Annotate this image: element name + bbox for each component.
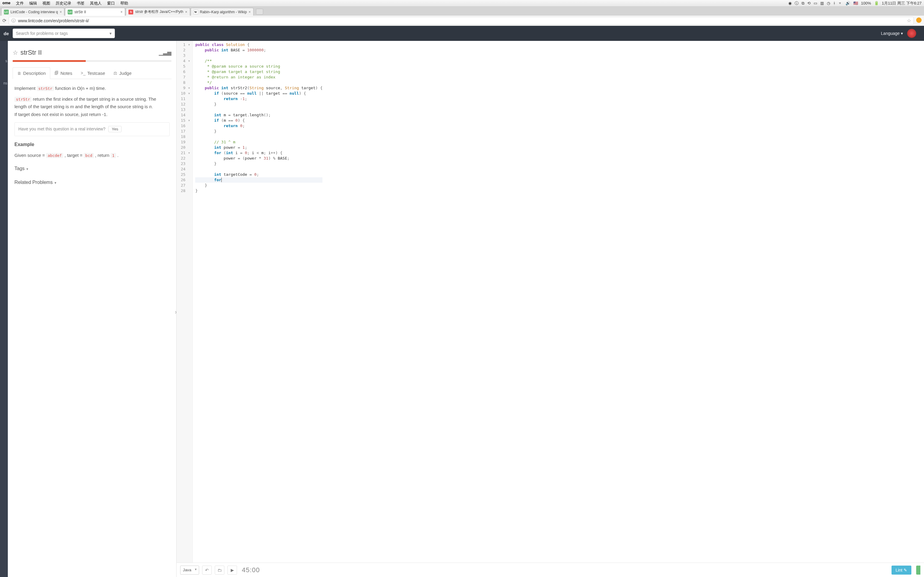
sync-icon[interactable]: ⟲	[807, 1, 811, 5]
inline-code: bcd	[84, 153, 94, 158]
sidebar-item[interactable]: ns	[0, 81, 8, 85]
tab-testcase[interactable]: >_Testcase	[76, 67, 109, 79]
site-info-icon[interactable]: ⓘ	[11, 18, 16, 23]
menubar-item[interactable]: 历史记录	[56, 1, 71, 6]
browser-tab-active[interactable]: LC strStr II ×	[65, 8, 125, 16]
difficulty-chart-icon[interactable]: ▁▃▅	[159, 49, 171, 56]
flag-icon[interactable]: 🇺🇸	[853, 1, 858, 5]
timemachine-icon[interactable]: ◷	[827, 1, 830, 5]
menubar-app[interactable]: ome	[2, 1, 11, 6]
browser-tab[interactable]: LC LintCode - Coding interview q ×	[1, 8, 65, 16]
favicon-icon: W	[194, 10, 198, 15]
avatar[interactable]	[907, 29, 916, 38]
tab-title: LintCode - Coding interview q	[11, 10, 58, 14]
browser-tabstrip: LC LintCode - Coding interview q × LC st…	[0, 6, 924, 16]
language-select-wrap: Java	[180, 566, 199, 575]
problem-title-row: ☆ strStr II ▁▃▅	[13, 49, 171, 56]
close-icon[interactable]: ×	[249, 10, 251, 14]
interview-text: Have you met this question in a real int…	[18, 126, 105, 133]
close-icon[interactable]: ×	[185, 10, 187, 14]
tab-title: strstr 参考程序 Java/C++/Pyth	[135, 9, 183, 15]
chevron-down-icon: ▼	[54, 181, 57, 185]
menubar-item[interactable]: 视图	[42, 1, 50, 6]
address-bar[interactable]: ⓘ www.lintcode.com/en/problem/strstr-ii/…	[9, 17, 914, 25]
sidebar-item[interactable]: s	[0, 59, 8, 63]
line-gutter: 1 ▾2 3 4 ▾5 6 7 8 9 ▾10 ▾11 12 13 14 15 …	[176, 41, 193, 562]
tab-notes[interactable]: 🗐Notes	[50, 67, 76, 79]
tab-title: strStr II	[74, 10, 118, 14]
desc-line: If target does not exist in source, just…	[15, 111, 170, 118]
undo-icon: ↶	[205, 568, 209, 572]
extension-icon[interactable]	[916, 18, 922, 24]
bookmark-star-icon[interactable]: ☆	[907, 18, 911, 23]
inline-code: abcdef	[46, 153, 63, 158]
inline-code: strStr	[15, 97, 32, 102]
code-editor[interactable]: 1 ▾2 3 4 ▾5 6 7 8 9 ▾10 ▾11 12 13 14 15 …	[176, 41, 924, 562]
left-sidebar[interactable]: s ns	[0, 41, 8, 577]
progress-fill	[13, 60, 86, 62]
problem-tabs: 🗎Description 🗐Notes >_Testcase ⚖Judge	[13, 67, 171, 79]
search-input[interactable]: Search for problems or tags ▾	[13, 29, 115, 38]
display-icon[interactable]: ▭	[814, 1, 817, 5]
url-text: www.lintcode.com/en/problem/strstr-ii/	[18, 18, 905, 23]
battery-icon[interactable]: 🔋	[874, 1, 879, 5]
language-select[interactable]: Java	[180, 566, 199, 575]
scale-icon: ⚖	[113, 71, 117, 76]
main: s ns ☆ strStr II ▁▃▅ 🗎Description 🗐Notes…	[0, 41, 924, 577]
close-icon[interactable]: ×	[60, 10, 61, 14]
site-logo[interactable]: de	[3, 31, 9, 36]
new-tab-button[interactable]	[256, 9, 263, 15]
browser-tab[interactable]: W Rabin–Karp algorithm - Wikip ×	[191, 8, 254, 16]
browser-tab[interactable]: h strstr 参考程序 Java/C++/Pyth ×	[126, 8, 190, 16]
battery-percent[interactable]: 100%	[861, 1, 871, 5]
tab-title: Rabin–Karp algorithm - Wikip	[200, 10, 247, 14]
close-icon[interactable]: ×	[120, 10, 123, 14]
language-dropdown[interactable]: Language ▾	[881, 31, 903, 36]
chevron-down-icon: ▾	[110, 31, 111, 36]
macos-menubar: ome 文件 编辑 视图 历史记录 书签 其他人 窗口 帮助 ◉ ⓘ ⧉ ⟲ ▭…	[0, 0, 924, 6]
related-problems-toggle[interactable]: Related Problems▼	[15, 178, 170, 186]
tags-toggle[interactable]: Tags▼	[15, 164, 170, 172]
menubar-item[interactable]: 编辑	[29, 1, 37, 6]
menubar-item[interactable]: 帮助	[120, 1, 128, 6]
panel-expand-icon[interactable]: ›	[175, 309, 176, 315]
problem-title: strStr II	[21, 49, 42, 56]
desc-line: Implement strStr function in O(n + m) ti…	[15, 84, 170, 92]
battery2-icon[interactable]: ▥	[820, 1, 824, 5]
lint-button[interactable]: Lint ✎	[892, 566, 911, 575]
doc-icon: 🗎	[17, 71, 21, 76]
timer-display: 45:00	[242, 566, 260, 574]
menubar-left: ome 文件 编辑 视图 历史记录 书签 其他人 窗口 帮助	[2, 1, 128, 6]
run-button[interactable]: ▶	[228, 566, 237, 575]
inline-code: strStr	[37, 86, 54, 91]
desc-line: strStr return the first index of the tar…	[15, 95, 170, 111]
record-icon[interactable]: ◉	[788, 1, 792, 5]
favorite-star-icon[interactable]: ☆	[13, 49, 18, 56]
code-panel: 1 ▾2 3 4 ▾5 6 7 8 9 ▾10 ▾11 12 13 14 15 …	[176, 41, 924, 577]
wifi-icon[interactable]: ᯤ	[838, 1, 843, 5]
header-right: Language ▾	[881, 29, 921, 38]
favicon-icon: LC	[4, 10, 9, 15]
clock[interactable]: 1月11日 周三 下午6:27	[882, 1, 922, 6]
inline-code: 1	[111, 153, 116, 158]
save-button[interactable]: 🗀	[215, 566, 225, 575]
tab-judge[interactable]: ⚖Judge	[109, 67, 136, 79]
volume-icon[interactable]: 🔊	[845, 1, 850, 5]
tab-description[interactable]: 🗎Description	[13, 67, 50, 79]
info-icon[interactable]: ⓘ	[795, 1, 799, 6]
menubar-item[interactable]: 窗口	[107, 1, 115, 6]
problem-panel: ☆ strStr II ▁▃▅ 🗎Description 🗐Notes >_Te…	[8, 41, 176, 577]
code-area[interactable]: public class Solution { public int BASE …	[193, 41, 325, 562]
chevron-down-icon: ▾	[901, 31, 903, 36]
interview-yes-button[interactable]: Yes	[108, 126, 121, 132]
menubar-item[interactable]: 其他人	[90, 1, 102, 6]
menubar-item[interactable]: 书签	[77, 1, 84, 6]
submit-button[interactable]	[916, 566, 921, 575]
undo-button[interactable]: ↶	[202, 566, 212, 575]
bluetooth-icon[interactable]: ᚼ	[833, 1, 835, 5]
example-heading: Example	[15, 140, 170, 148]
interview-prompt: Have you met this question in a real int…	[15, 122, 170, 136]
dropbox-icon[interactable]: ⧉	[801, 1, 804, 6]
reload-icon[interactable]: ⟳	[2, 18, 6, 23]
menubar-item[interactable]: 文件	[16, 1, 24, 6]
